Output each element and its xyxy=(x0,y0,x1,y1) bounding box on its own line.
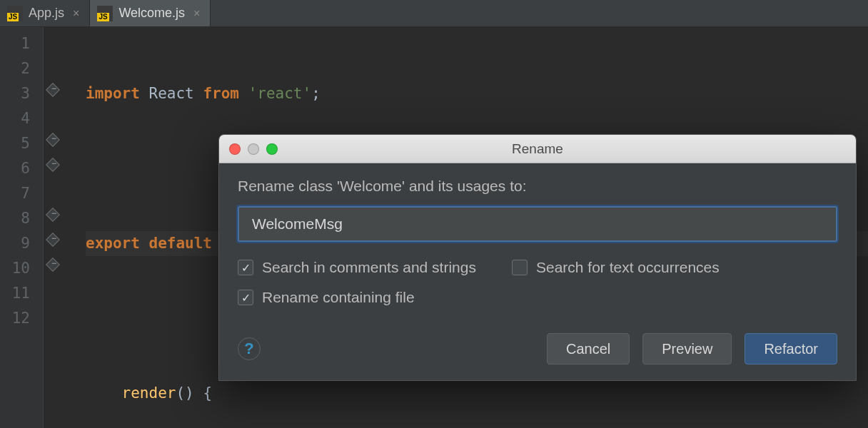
rename-dialog: Rename Rename class 'Welcome' and its us… xyxy=(218,134,857,381)
dialog-titlebar[interactable]: Rename xyxy=(219,135,856,163)
line-number-gutter: 1 2 3 4 5 6 7 8 9 10 11 12 xyxy=(0,27,43,428)
dialog-body: Rename class 'Welcome' and its usages to… xyxy=(219,163,856,380)
fold-marker-icon[interactable] xyxy=(46,233,60,247)
dialog-title: Rename xyxy=(219,141,856,157)
fold-marker-icon[interactable] xyxy=(46,208,60,222)
checkbox-rename-file[interactable]: ✓ Rename containing file xyxy=(238,289,415,306)
tab-label: Welcome.js xyxy=(118,6,185,21)
checkbox-label: Rename containing file xyxy=(262,289,415,306)
cancel-button[interactable]: Cancel xyxy=(547,333,630,365)
checkbox-icon: ✓ xyxy=(238,290,253,305)
fold-gutter xyxy=(43,27,71,428)
checkbox-icon xyxy=(512,260,528,275)
js-file-icon xyxy=(97,6,113,21)
fold-marker-icon[interactable] xyxy=(46,158,60,172)
code-line: render() { xyxy=(86,381,868,406)
tab-welcome-js[interactable]: Welcome.js × xyxy=(90,0,211,26)
refactor-button[interactable]: Refactor xyxy=(745,333,837,365)
checkbox-label: Search in comments and strings xyxy=(262,259,476,276)
close-icon[interactable]: × xyxy=(193,7,200,20)
preview-button[interactable]: Preview xyxy=(642,333,732,365)
checkbox-search-comments[interactable]: ✓ Search in comments and strings xyxy=(238,259,476,276)
zoom-window-icon[interactable] xyxy=(266,143,278,155)
fold-marker-icon[interactable] xyxy=(46,258,60,272)
fold-marker-icon[interactable] xyxy=(46,83,60,97)
window-controls xyxy=(229,143,278,155)
help-button[interactable]: ? xyxy=(238,337,261,360)
js-file-icon xyxy=(7,6,23,21)
close-icon[interactable]: × xyxy=(73,7,79,20)
checkbox-icon: ✓ xyxy=(238,260,253,275)
rename-prompt: Rename class 'Welcome' and its usages to… xyxy=(238,178,837,195)
tab-app-js[interactable]: App.js × xyxy=(0,0,90,26)
editor-tabs: App.js × Welcome.js × xyxy=(0,0,868,27)
checkbox-label: Search for text occurrences xyxy=(536,259,720,276)
rename-input[interactable] xyxy=(238,206,837,242)
close-window-icon[interactable] xyxy=(229,143,241,155)
fold-marker-icon[interactable] xyxy=(46,133,60,147)
tab-label: App.js xyxy=(29,6,64,21)
code-line: import React from 'react'; xyxy=(86,81,868,106)
minimize-window-icon xyxy=(248,143,259,155)
checkbox-search-text[interactable]: Search for text occurrences xyxy=(512,259,720,276)
